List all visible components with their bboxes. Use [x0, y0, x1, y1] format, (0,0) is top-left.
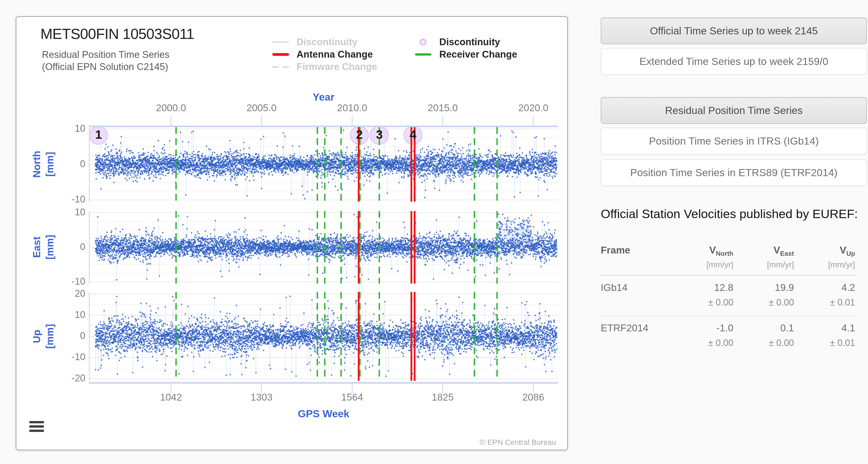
subtitle-line-2: (Official EPN Solution C2145) — [42, 61, 169, 73]
x-axis-title-year: Year — [313, 91, 335, 103]
column-header-vnorth: VNorth — [677, 244, 733, 258]
value-cell: 4.2± 0.01 — [794, 282, 855, 308]
y-axis-title-north: North [mm] — [30, 151, 56, 178]
y-axis-unit: [mm] — [43, 324, 56, 349]
firmware-change-dash-icon — [272, 66, 292, 68]
y-axis-name: Up — [30, 324, 43, 349]
chart-card — [16, 16, 568, 451]
copyright-notice: © EPN Central Bureau — [480, 438, 556, 446]
unit-vup: [mm/yr] — [794, 260, 855, 269]
value-cell: 19.9± 0.00 — [733, 282, 794, 308]
legend-label: Discontinuity — [439, 37, 500, 48]
velocities-heading: Official Station Velocities published by… — [601, 203, 868, 225]
menu-icon[interactable] — [29, 421, 44, 432]
column-header-vup: VUp — [794, 244, 855, 258]
discontinuity-dot-icon — [415, 39, 435, 46]
receiver-change-line-icon — [415, 53, 435, 56]
velocity-table-units-row: [mm/yr] [mm/yr] [mm/yr] — [601, 260, 855, 276]
legend-label: Receiver Change — [439, 49, 517, 60]
frame-label: ETRF2014 — [601, 322, 677, 348]
y-axis-title-east: East [mm] — [30, 235, 56, 260]
frame-label: IGb14 — [601, 282, 677, 308]
legend-column-1: Discontinuity Antenna Change Firmware Ch… — [272, 36, 377, 73]
unit-veast: [mm/yr] — [733, 260, 794, 269]
value-cell: -1.0± 0.00 — [677, 322, 733, 348]
y-axis-name: North — [30, 151, 43, 178]
discontinuity-line-icon — [272, 41, 292, 43]
column-header-frame: Frame — [601, 244, 677, 258]
table-row-igb14: IGb14 12.8± 0.00 19.9± 0.00 4.2± 0.01 — [601, 276, 855, 316]
legend-item-receiver-change[interactable]: Receiver Change — [415, 48, 517, 61]
button-extended-time-series[interactable]: Extended Time Series up to week 2159/0 — [601, 48, 867, 75]
velocity-table: Frame VNorth VEast VUp [mm/yr] [mm/yr] [… — [601, 244, 855, 356]
antenna-change-line-icon — [272, 53, 292, 56]
button-residual-position-series[interactable]: Residual Position Time Series — [601, 97, 867, 124]
legend-label: Discontinuity — [297, 37, 358, 48]
legend-item-antenna-change[interactable]: Antenna Change — [272, 48, 377, 61]
value-cell: 12.8± 0.00 — [677, 282, 733, 308]
epn-station-timeseries-page: { "chart": { "title": "METS00FIN 10503S0… — [0, 0, 868, 464]
chart-subtitle: Residual Position Time Series (Official … — [42, 49, 169, 73]
legend-item-discontinuity-line[interactable]: Discontinuity — [272, 36, 377, 48]
legend-label: Antenna Change — [297, 49, 373, 60]
subtitle-line-1: Residual Position Time Series — [42, 49, 169, 61]
y-axis-title-up: Up [mm] — [30, 324, 56, 349]
x-axis-title-gps-week: GPS Week — [298, 408, 349, 420]
unit-vnorth: [mm/yr] — [677, 260, 733, 269]
value-cell: 0.1± 0.00 — [733, 322, 794, 348]
column-header-veast: VEast — [733, 244, 794, 258]
button-position-series-etrs89[interactable]: Position Time Series in ETRS89 (ETRF2014… — [601, 159, 867, 186]
value-cell: 4.1± 0.01 — [794, 322, 855, 348]
legend-label: Firmware Change — [297, 61, 377, 72]
table-row-etrf2014: ETRF2014 -1.0± 0.00 0.1± 0.00 4.1± 0.01 — [601, 316, 855, 356]
legend-column-2: Discontinuity Receiver Change — [415, 36, 517, 61]
page-title: METS00FIN 10503S011 — [40, 25, 194, 42]
button-official-time-series[interactable]: Official Time Series up to week 2145 — [601, 18, 867, 44]
y-axis-name: East — [30, 235, 43, 260]
y-axis-unit: [mm] — [43, 151, 56, 178]
legend-item-firmware-change[interactable]: Firmware Change — [272, 61, 377, 73]
legend-item-discontinuity-marker[interactable]: Discontinuity — [415, 36, 517, 48]
button-position-series-itrs[interactable]: Position Time Series in ITRS (IGb14) — [601, 127, 867, 154]
y-axis-unit: [mm] — [43, 235, 56, 260]
velocity-table-header: Frame VNorth VEast VUp — [601, 244, 855, 258]
